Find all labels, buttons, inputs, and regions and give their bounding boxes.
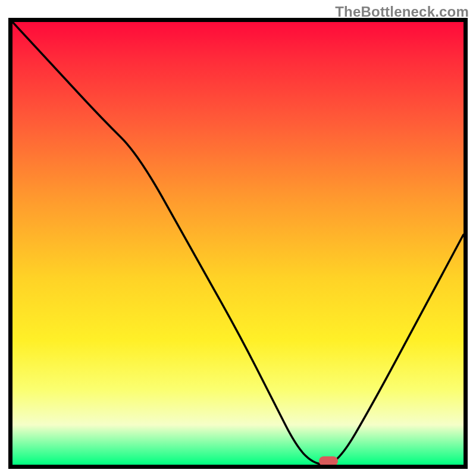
curve-path	[12, 22, 464, 465]
chart-container: TheBottleneck.com	[0, 0, 476, 476]
bottleneck-curve	[12, 22, 464, 465]
optimal-point-marker	[319, 456, 338, 466]
watermark-text: TheBottleneck.com	[335, 4, 469, 20]
plot-frame	[8, 18, 468, 469]
